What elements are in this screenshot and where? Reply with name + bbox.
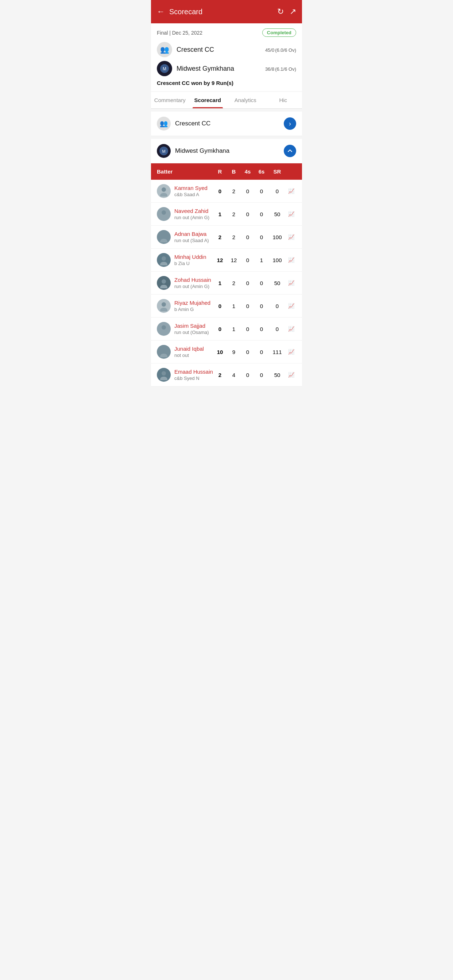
stat-sr: 50	[268, 372, 286, 378]
stat-6s: 0	[255, 211, 268, 217]
refresh-icon[interactable]: ↻	[277, 7, 284, 16]
tab-commentary[interactable]: Commentary	[151, 92, 189, 108]
batter-name: Jasim Sajjad	[174, 323, 213, 329]
stat-6s: 0	[255, 303, 268, 309]
stat-r: 0	[213, 188, 227, 194]
svg-point-6	[161, 210, 166, 215]
batter-dismissal: run out (Amin G)	[174, 284, 213, 289]
svg-point-13	[160, 285, 167, 288]
team1-section-name: Crescent CC	[175, 120, 284, 127]
chart-icon[interactable]: 📈	[286, 188, 296, 194]
back-icon[interactable]: ←	[157, 7, 165, 16]
stat-sr: 0	[268, 326, 286, 332]
match-result: Crescent CC won by 9 Run(s)	[157, 80, 296, 86]
stat-r: 1	[213, 280, 227, 286]
batter-name: Adnan Bajwa	[174, 231, 213, 237]
team1-expand-button[interactable]: ›	[284, 118, 296, 130]
chart-icon[interactable]: 📈	[286, 211, 296, 217]
stat-4s: 0	[241, 257, 255, 263]
stat-r: 0	[213, 303, 227, 309]
batter-avatar	[157, 299, 171, 313]
tabs: Commentary Scorecard Analytics Hic	[151, 92, 302, 109]
stat-b: 1	[227, 303, 241, 309]
stat-6s: 0	[255, 326, 268, 332]
th-sr: SR	[268, 169, 286, 175]
batter-name: Junaid Iqbal	[174, 345, 213, 352]
svg-point-11	[160, 262, 167, 266]
table-row: Zohad Hussain run out (Amin G) 1 2 0 0 5…	[151, 272, 302, 294]
th-6s: 6s	[255, 169, 268, 175]
team2-section-name: Midwest Gymkhana	[175, 147, 284, 154]
svg-point-19	[160, 354, 167, 357]
svg-point-16	[161, 325, 166, 329]
header-title: Scorecard	[169, 8, 203, 16]
svg-point-7	[160, 216, 167, 220]
batter-dismissal: run out (Osama)	[174, 329, 213, 335]
chart-icon[interactable]: 📈	[286, 372, 296, 378]
stat-b: 2	[227, 211, 241, 217]
stat-b: 9	[227, 349, 241, 355]
stat-6s: 0	[255, 372, 268, 378]
team2-section[interactable]: M Midwest Gymkhana	[151, 139, 302, 163]
stat-b: 4	[227, 372, 241, 378]
chart-icon[interactable]: 📈	[286, 349, 296, 355]
chart-icon[interactable]: 📈	[286, 303, 296, 309]
team2-score: 36/8(6.1/6 Ov)	[265, 65, 296, 73]
svg-point-5	[160, 193, 167, 197]
svg-point-20	[161, 371, 166, 375]
chart-icon[interactable]: 📈	[286, 234, 296, 240]
batter-info: Riyaz Mujahed b Amin G	[174, 300, 213, 312]
batter-rows: Kamran Syed c&b Saad A 0 2 0 0 0 📈 Navee…	[151, 180, 302, 387]
stat-6s: 0	[255, 349, 268, 355]
team2-section-avatar: M	[157, 144, 171, 158]
header: ← Scorecard ↻ ↗	[151, 0, 302, 23]
batter-dismissal: b Zia U	[174, 261, 213, 266]
th-batter: Batter	[157, 169, 213, 175]
svg-point-9	[160, 239, 167, 242]
stat-sr: 100	[268, 257, 286, 263]
header-left: ← Scorecard	[157, 7, 203, 16]
chart-icon[interactable]: 📈	[286, 257, 296, 263]
status-badge: Completed	[262, 29, 296, 37]
team1-section[interactable]: 👥 Crescent CC ›	[151, 111, 302, 136]
tab-scorecard[interactable]: Scorecard	[189, 92, 227, 108]
table-row: Minhaj Uddin b Zia U 12 12 0 1 100 📈	[151, 249, 302, 272]
batter-dismissal: run out (Amin G)	[174, 215, 213, 220]
th-4s: 4s	[241, 169, 255, 175]
team1-avatar: 👥	[157, 42, 172, 57]
table-row: Kamran Syed c&b Saad A 0 2 0 0 0 📈	[151, 180, 302, 203]
team1-row: 👥 Crescent CC 45/0(6.0/6 Ov)	[157, 42, 296, 57]
team2-collapse-button[interactable]	[284, 145, 296, 157]
tab-hic[interactable]: Hic	[265, 92, 302, 108]
batter-avatar	[157, 230, 171, 244]
batter-info: Zohad Hussain run out (Amin G)	[174, 277, 213, 289]
share-icon[interactable]: ↗	[290, 7, 296, 16]
team1-score: 45/0(6.0/6 Ov)	[265, 46, 296, 54]
stat-b: 2	[227, 234, 241, 240]
stat-r: 1	[213, 211, 227, 217]
batter-dismissal: c&b Syed N	[174, 375, 213, 381]
stat-r: 2	[213, 234, 227, 240]
chart-icon[interactable]: 📈	[286, 326, 296, 332]
tab-analytics[interactable]: Analytics	[226, 92, 265, 108]
batter-dismissal: b Amin G	[174, 307, 213, 312]
table-header: Batter R B 4s 6s SR	[151, 163, 302, 180]
stat-b: 12	[227, 257, 241, 263]
match-meta: Final | Dec 25, 2022 Completed	[157, 29, 296, 37]
batter-name: Emaad Hussain	[174, 369, 213, 375]
stat-r: 2	[213, 372, 227, 378]
svg-point-14	[161, 302, 166, 307]
batter-avatar	[157, 322, 171, 336]
table-row: Naveed Zahid run out (Amin G) 1 2 0 0 50…	[151, 203, 302, 226]
team2-name: Midwest Gymkhana	[177, 65, 260, 73]
chart-icon[interactable]: 📈	[286, 280, 296, 286]
batter-info: Naveed Zahid run out (Amin G)	[174, 208, 213, 220]
stat-6s: 0	[255, 188, 268, 194]
stat-6s: 0	[255, 234, 268, 240]
stat-r: 10	[213, 349, 227, 355]
batter-info: Emaad Hussain c&b Syed N	[174, 369, 213, 381]
table-row: Adnan Bajwa run out (Saad A) 2 2 0 0 100…	[151, 226, 302, 249]
batter-name: Riyaz Mujahed	[174, 300, 213, 306]
svg-text:M: M	[163, 66, 166, 72]
svg-point-21	[160, 377, 167, 380]
